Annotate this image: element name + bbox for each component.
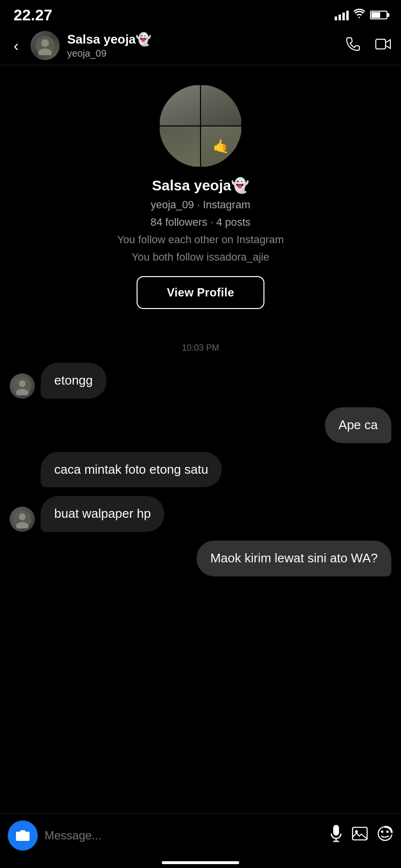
message-bubble: caca mintak foto etong satu [41,452,222,488]
header-actions [345,36,391,56]
contact-username: yeoja_09 [67,48,337,59]
message-bubble: Maok kirim lewat sini ato WA? [197,541,391,576]
profile-section: 🤙 Salsa yeoja👻 yeoja_09 · Instagram 84 f… [0,65,401,324]
battery-icon [370,11,387,19]
svg-point-17 [386,831,389,833]
header-info: Salsa yeoja👻 yeoja_09 [67,32,337,59]
mic-icon[interactable] [329,825,343,846]
wifi-icon [354,9,365,21]
message-row: buat walpaper hp [10,496,391,532]
sticker-icon[interactable] [377,825,393,846]
video-icon[interactable] [375,37,391,54]
message-row: etongg [10,363,391,399]
image-icon[interactable] [352,825,368,846]
status-icons [335,9,387,21]
chat-header: ‹ Salsa yeoja👻 yeoja_09 [0,26,401,65]
signal-icon [335,10,349,20]
profile-display-name: Salsa yeoja👻 [152,177,249,194]
svg-point-5 [19,380,26,387]
profile-mutual-1: You follow each other on Instagram [117,233,284,246]
message-row: Maok kirim lewat sini ato WA? [10,541,391,576]
status-time: 22.27 [14,6,52,24]
svg-point-1 [41,39,49,47]
contact-name: Salsa yeoja👻 [67,32,337,47]
message-bubble: buat walpaper hp [41,496,164,532]
input-actions [329,825,393,846]
chat-area: 10:03 PM etongg Ape ca caca mintak foto … [0,324,401,643]
message-input[interactable] [45,829,323,842]
profile-mutual-2: You both follow issadora_ajie [132,251,269,264]
svg-point-8 [19,513,26,520]
sender-avatar [10,507,35,532]
profile-avatar: 🤙 [159,85,242,167]
phone-icon[interactable] [345,36,361,56]
sender-avatar [10,373,35,399]
view-profile-button[interactable]: View Profile [137,276,264,309]
message-bubble: Ape ca [325,407,391,443]
profile-stats: 84 followers · 4 posts [151,216,251,229]
svg-rect-3 [376,39,386,49]
timestamp: 10:03 PM [10,343,391,353]
svg-point-16 [381,831,384,833]
svg-rect-13 [353,827,367,840]
message-row: caca mintak foto etong satu [10,452,391,488]
header-avatar [31,31,60,60]
profile-handle: yeoja_09 · Instagram [151,199,250,211]
svg-rect-10 [333,825,339,836]
camera-button[interactable] [8,821,38,851]
home-indicator [162,861,239,864]
status-bar: 22.27 [0,0,401,26]
back-button[interactable]: ‹ [10,35,23,57]
input-bar [0,813,401,868]
message-bubble: etongg [41,363,107,399]
svg-point-18 [391,833,393,835]
message-row: Ape ca [10,407,391,443]
